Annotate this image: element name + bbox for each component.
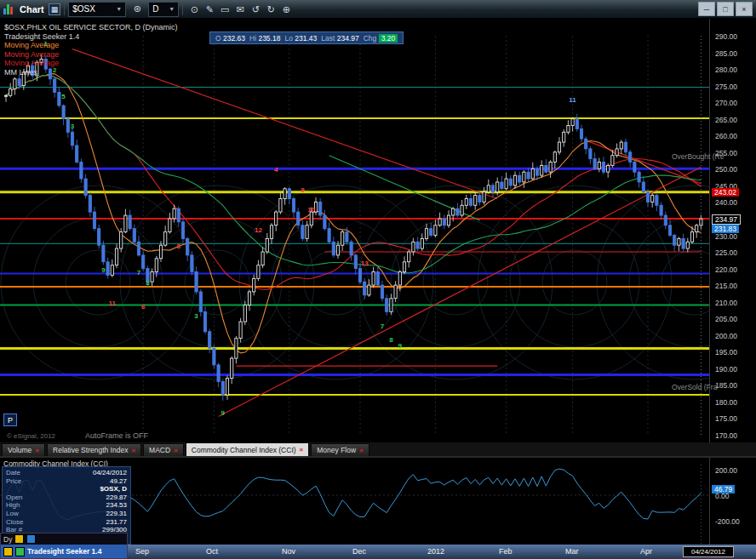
indicator-popup-partial: Dy bbox=[1, 533, 127, 545]
price-axis-label: 260.00 bbox=[715, 132, 737, 140]
undo-icon[interactable]: ↺ bbox=[248, 3, 263, 17]
horizontal-lines bbox=[0, 88, 709, 396]
chat-icon[interactable]: ✉ bbox=[232, 3, 248, 17]
background-circles bbox=[1, 185, 709, 379]
time-axis-label: Oct bbox=[206, 547, 218, 556]
cci-axis[interactable]: 200.000.00-200.0046.79 bbox=[709, 458, 756, 545]
symbol-input[interactable]: $OSX ▼ bbox=[68, 2, 126, 17]
svg-text:4: 4 bbox=[274, 166, 278, 174]
change-badge: 3.20 bbox=[379, 34, 398, 43]
price-axis-label: 265.00 bbox=[715, 116, 737, 124]
svg-text:12: 12 bbox=[255, 226, 262, 234]
maximize-button[interactable]: □ bbox=[717, 2, 734, 16]
chart-legend: $OSX,PHLX OIL SERVICE SECTOR, D (Dynamic… bbox=[4, 23, 177, 77]
price-axis-label: 290.00 bbox=[715, 32, 737, 41]
legend-line: MM Lines bbox=[4, 68, 177, 77]
legend-line: Tradesight Seeker 1.4 bbox=[4, 32, 177, 42]
zoom-icon[interactable]: ⊙ bbox=[186, 3, 202, 17]
indicator-popup-selected[interactable]: Tradesight Seeker 1.4 bbox=[1, 545, 127, 558]
close-icon[interactable]: × bbox=[174, 447, 178, 454]
popup-partial-text: Dy bbox=[3, 535, 12, 544]
svg-text:7: 7 bbox=[137, 269, 141, 277]
tab-commodity-channel-index-cci-[interactable]: Commodity Channel Index (CCI)× bbox=[186, 442, 310, 456]
redo-icon[interactable]: ↻ bbox=[263, 3, 278, 17]
cci-axis-label: 200.00 bbox=[715, 466, 737, 475]
indicator-tabs: Volume×Relative Strength Index×MACD×Comm… bbox=[0, 442, 756, 457]
price-axis-label: 170.00 bbox=[715, 431, 737, 440]
svg-text:7: 7 bbox=[381, 322, 385, 330]
price-highlight-badge: 231.83 bbox=[712, 225, 739, 233]
interval-select[interactable]: D ▼ bbox=[148, 2, 179, 17]
svg-text:9: 9 bbox=[101, 266, 106, 274]
svg-text:9: 9 bbox=[221, 409, 226, 417]
eraser-icon[interactable]: ▭ bbox=[217, 3, 232, 17]
autoframe-status: AutoFrame is OFF bbox=[85, 431, 148, 440]
chevron-down-icon: ▼ bbox=[116, 6, 122, 12]
svg-text:11: 11 bbox=[569, 96, 576, 104]
price-axis-label: 175.00 bbox=[715, 414, 737, 423]
copyright-label: © eSignal, 2012 bbox=[7, 432, 55, 440]
price-axis-label: 270.00 bbox=[715, 99, 737, 107]
tools-icon[interactable]: ⊕ bbox=[278, 3, 294, 17]
toolbar-separator bbox=[182, 3, 183, 15]
svg-text:9: 9 bbox=[398, 342, 403, 350]
tab-money-flow[interactable]: Money Flow× bbox=[311, 443, 369, 456]
ohlc-readout: O 232.63 Hi 235.18 Lo 231.43 Last 234.97… bbox=[209, 31, 404, 44]
price-axis-label: 230.00 bbox=[715, 232, 737, 241]
pencil-icon[interactable]: ✎ bbox=[202, 3, 217, 17]
price-highlight-badge: 243.02 bbox=[712, 188, 739, 197]
price-axis-label: 215.00 bbox=[715, 282, 737, 290]
close-icon[interactable]: × bbox=[131, 447, 135, 454]
price-axis-label: 205.00 bbox=[715, 315, 737, 323]
tab-volume[interactable]: Volume× bbox=[2, 443, 45, 456]
price-axis-label: 225.00 bbox=[715, 248, 737, 257]
price-axis-label: 190.00 bbox=[715, 365, 737, 374]
data-window-row: Price49.27 bbox=[6, 477, 127, 486]
symbol-value: $OSX bbox=[72, 4, 95, 14]
data-window-row: Close231.77 bbox=[6, 518, 127, 527]
svg-text:9: 9 bbox=[301, 186, 305, 194]
price-axis-label: 200.00 bbox=[715, 332, 737, 340]
tab-relative-strength-index[interactable]: Relative Strength Index× bbox=[47, 443, 141, 456]
close-icon[interactable]: × bbox=[35, 447, 39, 454]
cci-axis-label: -200.00 bbox=[715, 517, 740, 526]
time-axis-label: Nov bbox=[282, 547, 295, 556]
indicator-chip-icon bbox=[15, 547, 25, 556]
legend-line: Moving Average bbox=[4, 50, 177, 60]
price-highlight-badge: 234.97 bbox=[712, 214, 741, 225]
price-axis-label: 220.00 bbox=[715, 265, 737, 274]
price-axis-label: 285.00 bbox=[715, 49, 737, 58]
current-date-badge: 04/24/2012 bbox=[683, 546, 734, 557]
price-axis-label: 185.00 bbox=[715, 381, 737, 390]
minimize-button[interactable]: ─ bbox=[698, 2, 715, 16]
svg-text:10: 10 bbox=[307, 206, 315, 214]
chart-badge-icon: ▦ bbox=[49, 3, 61, 15]
close-icon[interactable]: × bbox=[359, 447, 364, 454]
moving-averages bbox=[6, 74, 701, 353]
time-axis-label: Sep bbox=[135, 547, 149, 556]
symbol-lookup-icon[interactable]: ⊛ bbox=[129, 3, 145, 16]
svg-text:13: 13 bbox=[361, 260, 369, 267]
chevron-down-icon: ▼ bbox=[169, 6, 175, 12]
price-axis[interactable]: 290.00285.00280.00275.00270.00265.00260.… bbox=[709, 19, 756, 442]
indicator-chip-icon bbox=[14, 534, 24, 544]
data-window-row: Low229.31 bbox=[6, 510, 127, 518]
titlebar: Chart ▦ $OSX ▼ ⊛ D ▼ ⊙✎▭✉↺↻⊕ ─□× bbox=[0, 0, 756, 19]
candlestick-plot[interactable]: 12539117868391249101378911 bbox=[0, 19, 709, 442]
time-axis-label: Dec bbox=[352, 547, 366, 556]
price-axis-label: 275.00 bbox=[715, 83, 737, 91]
price-axis-label: 250.00 bbox=[715, 165, 737, 174]
p-button[interactable]: P bbox=[3, 414, 17, 426]
indicator-chip-icon bbox=[3, 547, 13, 556]
time-axis-label: Mar bbox=[565, 547, 579, 556]
time-axis-label: Feb bbox=[499, 547, 513, 556]
close-button[interactable]: × bbox=[736, 2, 753, 16]
price-chart[interactable]: 12539117868391249101378911 $OSX,PHLX OIL… bbox=[0, 19, 756, 442]
tab-macd[interactable]: MACD× bbox=[143, 443, 184, 456]
close-icon[interactable]: × bbox=[300, 446, 304, 453]
cci-panel[interactable]: Commodity Channel Index (CCI) 200.000.00… bbox=[0, 457, 756, 545]
price-axis-label: 280.00 bbox=[715, 66, 737, 74]
chart-app-icon bbox=[3, 3, 16, 14]
svg-text:3: 3 bbox=[194, 312, 198, 320]
legend-line: Moving Average bbox=[4, 59, 177, 68]
